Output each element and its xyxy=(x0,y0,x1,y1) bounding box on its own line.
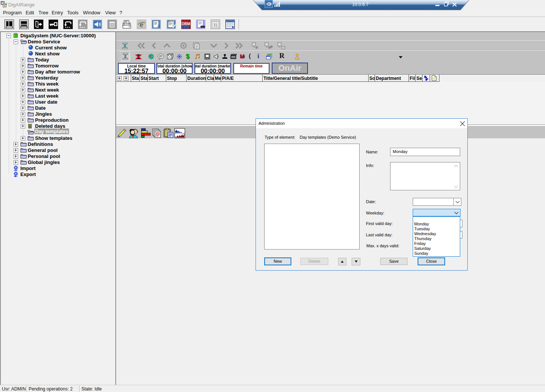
svg-text:7: 7 xyxy=(196,45,197,49)
svg-text:e: e xyxy=(140,20,144,29)
svg-text:31: 31 xyxy=(213,23,218,27)
svg-text:DBM: DBM xyxy=(182,22,190,26)
